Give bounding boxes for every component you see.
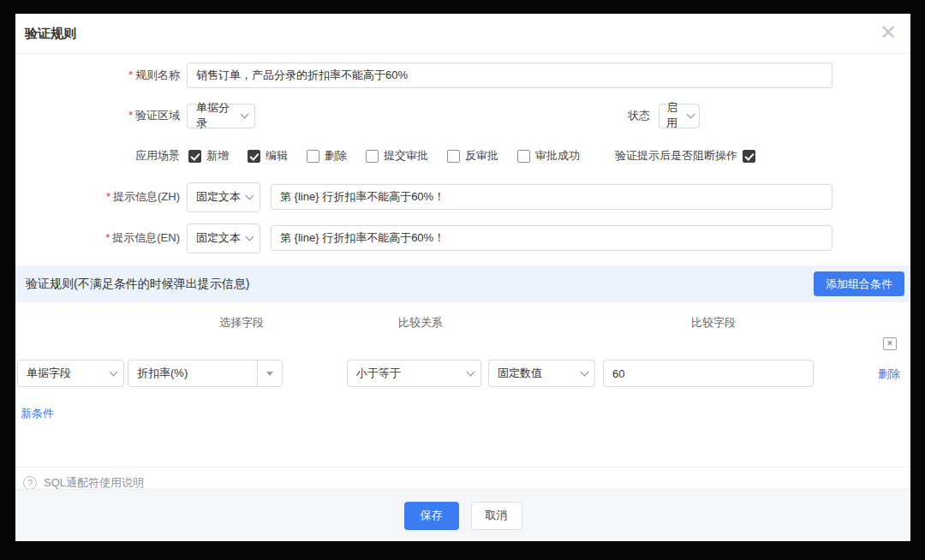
validation-rule-dialog: 验证规则 ✕ *规则名称 *验证区域 单据分录 状态 启用 应用场景 新增 [15, 14, 910, 541]
message-zh-label: *提示信息(ZH) [15, 189, 180, 205]
required-mark: * [128, 69, 133, 81]
chevron-down-icon [467, 368, 475, 377]
column-header-compare: 比较字段 [675, 315, 752, 331]
chevron-down-icon [241, 110, 249, 119]
scenario-checkbox-list: 新增 编辑 删除 提交审批 反审批 审批成功 [188, 148, 580, 164]
checkbox-icon [248, 150, 260, 163]
field-source-select[interactable]: 单据字段 [17, 360, 124, 387]
message-en-type-select[interactable]: 固定文本 [187, 223, 260, 253]
field-select[interactable]: 折扣率(%) [128, 360, 283, 387]
message-en-type-value: 固定文本 [196, 230, 241, 246]
message-en-label: *提示信息(EN) [15, 230, 180, 246]
delete-condition-link[interactable]: 删除 [878, 366, 900, 382]
chevron-down-icon [687, 110, 695, 119]
rule-name-input[interactable] [187, 63, 832, 88]
validate-area-row: *验证区域 单据分录 状态 启用 [15, 103, 910, 128]
dropdown-arrow-icon [257, 360, 282, 386]
checkbox-label: 反审批 [465, 148, 498, 164]
rule-name-row: *规则名称 [15, 63, 910, 88]
scenario-row: 应用场景 新增 编辑 删除 提交审批 反审批 [15, 146, 910, 165]
rules-section-title: 验证规则(不满足条件的时候弹出提示信息) [26, 277, 249, 292]
checkbox-label: 编辑 [266, 148, 288, 164]
compare-type-value: 固定数值 [498, 366, 542, 381]
status-value: 启用 [666, 100, 682, 131]
new-condition-link[interactable]: 新条件 [21, 406, 54, 421]
operator-value: 小于等于 [356, 366, 401, 381]
add-condition-group-button[interactable]: 添加组合条件 [814, 271, 904, 296]
checkbox-submit-approval[interactable]: 提交审批 [366, 148, 428, 164]
status-label: 状态 [628, 108, 650, 123]
status-select[interactable]: 启用 [659, 104, 700, 128]
block-after-prompt-checkbox[interactable]: 验证提示后是否阻断操作 [615, 146, 755, 165]
help-icon: ? [23, 476, 37, 490]
column-header-field: 选择字段 [202, 315, 281, 331]
checkbox-icon [307, 150, 319, 163]
validate-area-value: 单据分录 [196, 100, 236, 131]
rules-section-header: 验证规则(不满足条件的时候弹出提示信息) 添加组合条件 [15, 265, 910, 302]
validate-area-select[interactable]: 单据分录 [187, 104, 255, 128]
checkbox-label: 新增 [206, 148, 229, 164]
message-en-input[interactable] [271, 225, 832, 251]
field-source-value: 单据字段 [27, 366, 71, 381]
condition-row: 单据字段 折扣率(%) 小于等于 固定数值 删除 [17, 360, 910, 387]
scenario-label: 应用场景 [15, 148, 180, 164]
chevron-down-icon [110, 368, 118, 377]
checkbox-edit[interactable]: 编辑 [248, 148, 288, 164]
checkbox-delete[interactable]: 删除 [307, 148, 347, 164]
rule-name-label: *规则名称 [15, 68, 180, 83]
validate-area-label: *验证区域 [15, 108, 180, 123]
dialog-header: 验证规则 ✕ [15, 14, 910, 54]
field-value: 折扣率(%) [128, 360, 257, 386]
remove-condition-group-icon[interactable]: ✕ [883, 337, 897, 350]
checkbox-approval-success[interactable]: 审批成功 [517, 148, 580, 164]
checkbox-icon [366, 150, 379, 163]
compare-value-input[interactable] [603, 360, 814, 387]
message-zh-type-value: 固定文本 [196, 189, 241, 205]
checkbox-icon [447, 150, 460, 163]
checkbox-icon [188, 150, 201, 163]
checkbox-icon [517, 150, 530, 163]
dialog-footer: 保存 取消 [15, 489, 910, 541]
checkbox-label: 审批成功 [535, 148, 580, 164]
block-after-prompt-label: 验证提示后是否阻断操作 [615, 148, 737, 164]
save-button[interactable]: 保存 [404, 502, 459, 530]
chevron-down-icon [581, 368, 589, 377]
checkbox-create[interactable]: 新增 [188, 148, 229, 164]
dialog-title: 验证规则 [25, 26, 76, 42]
status-group: 状态 启用 [628, 103, 700, 128]
column-header-operator: 比较关系 [382, 315, 459, 331]
chevron-down-icon [246, 192, 254, 200]
checkbox-label: 提交审批 [384, 148, 428, 164]
message-zh-type-select[interactable]: 固定文本 [187, 182, 260, 212]
operator-select[interactable]: 小于等于 [347, 360, 481, 387]
message-zh-input[interactable] [271, 184, 832, 210]
chevron-down-icon [246, 233, 254, 241]
divider [15, 467, 910, 468]
cancel-button[interactable]: 取消 [471, 502, 522, 530]
compare-type-select[interactable]: 固定数值 [488, 360, 595, 387]
message-zh-row: *提示信息(ZH) 固定文本 [15, 182, 910, 212]
message-en-row: *提示信息(EN) 固定文本 [15, 223, 910, 253]
close-icon[interactable]: ✕ [880, 22, 897, 43]
checkbox-reverse-approval[interactable]: 反审批 [447, 148, 498, 164]
checkbox-label: 删除 [325, 148, 347, 164]
checkbox-icon [743, 150, 755, 163]
